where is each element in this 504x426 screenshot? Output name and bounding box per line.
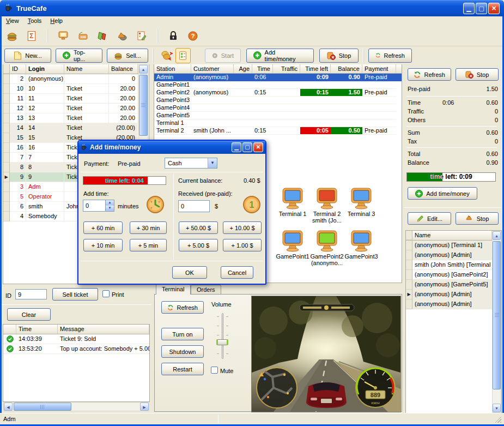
add-10-button[interactable]: + 10.00 $ xyxy=(223,221,262,234)
sell-button[interactable]: Sell... xyxy=(107,49,148,63)
dialog-minimize-button[interactable]: ▁ xyxy=(232,142,241,152)
report-view-toggle[interactable] xyxy=(175,48,191,63)
col-station[interactable]: Station xyxy=(154,64,191,73)
mute-checkbox[interactable] xyxy=(211,367,218,374)
col-name[interactable]: Name xyxy=(412,231,492,240)
ticket-id-input[interactable] xyxy=(15,289,47,299)
terminal-map-item[interactable]: GamePoint3 xyxy=(342,230,380,260)
station-row[interactable]: Terminal 2smith (John ...0:150:050.50Pre… xyxy=(154,127,402,135)
col-time[interactable]: Time xyxy=(252,64,273,73)
account-row[interactable]: 1111Ticket20.00 xyxy=(3,94,138,104)
col-traffic[interactable]: Traffic xyxy=(273,64,300,73)
add-30-min-button[interactable]: + 30 min xyxy=(130,221,167,234)
terminal-refresh-button[interactable]: Refresh xyxy=(161,301,204,314)
report-sigma-icon[interactable]: Σ xyxy=(25,29,38,43)
col-name[interactable]: Name xyxy=(64,64,109,74)
maximize-button[interactable]: ▢ xyxy=(476,3,487,14)
station-row[interactable]: GamePoint1 xyxy=(154,81,402,89)
col-balance[interactable]: Balance xyxy=(331,64,362,73)
col-message[interactable]: Message xyxy=(58,325,149,334)
turn-on-button[interactable]: Turn on xyxy=(161,328,204,340)
log-row[interactable]: 14:03:39Ticket 9: Sold xyxy=(3,334,149,344)
print-checkbox[interactable] xyxy=(102,290,110,297)
session-row[interactable]: (anonymous) [Admin] xyxy=(406,299,492,309)
menu-view[interactable]: View xyxy=(2,17,23,26)
help-icon[interactable]: ? xyxy=(186,29,199,43)
station-row[interactable]: GamePoint4 xyxy=(154,104,402,112)
col-log-icon[interactable] xyxy=(3,325,16,334)
session-row[interactable]: smith (John Smith) [Terminal 2] xyxy=(406,260,492,270)
station-row[interactable]: GamePoint2(anonymous)0:150:151.50Pre-pai… xyxy=(154,89,402,97)
account-row[interactable]: 2(anonymous)0 xyxy=(3,74,138,84)
session-row[interactable]: (anonymous) [GamePoint2] xyxy=(406,270,492,280)
sell-ticket-button[interactable]: Sell ticket xyxy=(52,288,98,301)
log-hscrollbar[interactable]: ◀ ▶ xyxy=(3,402,149,411)
col-balance[interactable]: Balance xyxy=(109,64,138,74)
menu-help[interactable]: Help xyxy=(46,17,66,26)
menu-tools[interactable]: Tools xyxy=(24,17,46,26)
account-row[interactable]: 1010Ticket20.00 xyxy=(3,84,138,94)
resize-grip[interactable] xyxy=(495,416,501,423)
billing-refresh-button[interactable]: Refresh xyxy=(408,68,451,81)
minutes-spinner[interactable]: ▲▼ xyxy=(83,200,114,212)
station-row[interactable]: GamePoint5 xyxy=(154,112,402,119)
terminal-map-item[interactable]: GamePoint1 xyxy=(274,230,312,260)
session-row[interactable]: ▶(anonymous) [Admin] xyxy=(406,290,492,299)
spinner-up-icon[interactable]: ▲ xyxy=(106,200,114,206)
refresh-button[interactable]: Refresh xyxy=(368,49,412,63)
tariff-tag-icon[interactable]: 100 xyxy=(76,29,89,43)
terminal-map-item[interactable]: Terminal 2smith (Jo... xyxy=(308,188,346,224)
tickets-icon[interactable] xyxy=(96,29,109,43)
ok-button[interactable]: OK xyxy=(172,266,207,279)
sell-burger-icon[interactable] xyxy=(5,29,19,43)
terminal-map-item[interactable]: Terminal 1 xyxy=(274,188,312,217)
add-1-button[interactable]: + 1.00 $ xyxy=(223,239,262,251)
col-customer[interactable]: Customer xyxy=(191,64,234,73)
minutes-input[interactable] xyxy=(83,200,106,212)
account-row[interactable]: 1212Ticket20.00 xyxy=(3,104,138,113)
lock-icon[interactable] xyxy=(167,29,180,43)
tab-terminal[interactable]: Terminal xyxy=(156,284,191,295)
account-row[interactable]: 1414Ticket(20.00) xyxy=(3,123,138,133)
station-row[interactable]: Terminal 1 xyxy=(154,119,402,127)
session-row[interactable]: (anonymous) [Terminal 1] xyxy=(406,241,492,250)
spinner-down-icon[interactable]: ▼ xyxy=(106,206,114,211)
billing-stop-button[interactable]: Stop xyxy=(456,68,499,81)
station-row[interactable]: GamePoint3 xyxy=(154,97,402,104)
edit-button[interactable]: Edit... xyxy=(408,212,451,225)
col-age[interactable]: Age xyxy=(234,64,252,73)
session-row[interactable]: (anonymous) [GamePoint5] xyxy=(406,280,492,290)
add-50-button[interactable]: + 50.00 $ xyxy=(179,221,218,234)
dialog-maximize-button[interactable]: ▢ xyxy=(242,142,252,152)
add-5-button[interactable]: + 5.00 $ xyxy=(179,239,218,251)
add-5-min-button[interactable]: + 5 min xyxy=(130,239,167,251)
log-row[interactable]: 13:53:20Top up account: Somebody + 5.00 xyxy=(3,344,149,354)
received-amount-input[interactable] xyxy=(178,200,210,212)
session-row[interactable]: (anonymous) [Admin] xyxy=(406,250,492,260)
orders-icon[interactable] xyxy=(135,29,148,43)
tab-orders[interactable]: Orders xyxy=(191,285,221,295)
volume-slider-thumb[interactable] xyxy=(216,339,228,345)
exchange-coins-icon[interactable] xyxy=(158,49,175,63)
col-id[interactable]: ID xyxy=(10,64,26,74)
col-payment[interactable]: Payment xyxy=(362,64,396,73)
sessions-scrollbar[interactable]: ▲ ▼ xyxy=(492,231,501,413)
accounts-bag-icon[interactable] xyxy=(116,29,129,43)
panel-add-time-money-button[interactable]: Add time/money xyxy=(408,187,477,200)
add-time-money-button[interactable]: Add time/money xyxy=(246,49,314,63)
dialog-close-button[interactable]: ✕ xyxy=(253,142,263,152)
shutdown-button[interactable]: Shutdown xyxy=(161,345,204,358)
col-login[interactable]: Login xyxy=(26,64,64,74)
account-row[interactable]: 1313Ticket20.00 xyxy=(3,113,138,123)
clear-log-button[interactable]: Clear xyxy=(7,308,51,321)
session-stop-button[interactable]: Stop xyxy=(456,212,499,225)
cancel-button[interactable]: Cancel xyxy=(221,266,253,279)
new-button[interactable]: New... xyxy=(4,49,51,63)
restart-button[interactable]: Restart xyxy=(161,363,204,375)
volume-slider[interactable] xyxy=(212,312,232,361)
terminal-icon[interactable] xyxy=(57,29,70,43)
col-time[interactable]: Time xyxy=(16,325,58,334)
close-button[interactable]: ✕ xyxy=(488,3,500,14)
topup-button[interactable]: Top-up... xyxy=(56,49,102,63)
terminal-map-item[interactable]: GamePoint2(anonymo... xyxy=(308,230,346,266)
